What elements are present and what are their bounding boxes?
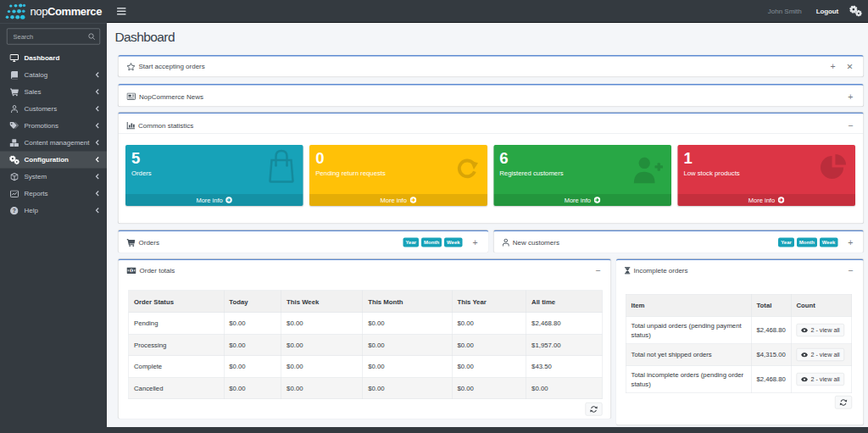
svg-text:?: ? (13, 208, 16, 214)
